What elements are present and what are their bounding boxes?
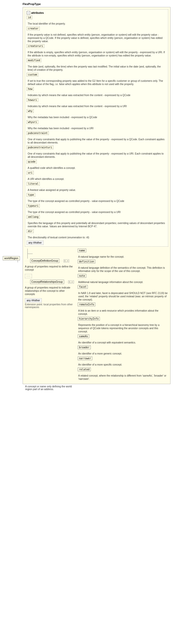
bottom-connector-label: · · ·	[25, 274, 32, 278]
attr-desc: Specifies the language of this property …	[28, 222, 166, 228]
attr-desc: Indicates by which means the value was e…	[28, 94, 166, 97]
right-item-dots: · · · · · · ·	[78, 264, 168, 266]
attr-dots: · · · · · · ·	[27, 48, 166, 51]
world-region-label: worldRegion	[3, 256, 20, 260]
attr-dots: · · · · · · ·	[27, 31, 166, 33]
attr-desc: One of many constraints that apply to pu…	[28, 138, 166, 144]
right-item-dots: · · · · · · ·	[78, 349, 168, 352]
any-other-attrs: any ##other	[27, 241, 166, 245]
right-item-desc: Additional natural language information …	[78, 280, 168, 284]
any-other-bottom-label: any ##other	[25, 298, 42, 303]
attr-desc: If the property value is not defined, sp…	[28, 33, 166, 43]
attr-item: id· · · · · · ·The local identifier of t…	[27, 16, 166, 25]
concept-relationships-group-desc: A group of properties required to indica…	[25, 286, 75, 296]
attr-name: literal	[27, 182, 40, 186]
attr-name: creator	[27, 27, 40, 30]
attr-name: id	[27, 16, 32, 19]
attr-dots: · · · · · · ·	[27, 124, 166, 127]
concept-definition-group-row: · · · ConceptDefinitionGroup · · · 0..∞	[25, 259, 75, 263]
attr-item: creatoruri· · · · · · ·If the attribute …	[27, 44, 166, 57]
attr-desc: A URI which identifies a concept.	[28, 177, 166, 181]
right-item-name: remoteInfo	[78, 303, 95, 306]
right-item: remoteInfo· · · · · · ·A link to an item…	[78, 303, 168, 316]
attributes-list: id· · · · · · ·The local identifier of t…	[27, 16, 166, 239]
attr-item: literal· · · · · · ·A freetext value ass…	[27, 182, 166, 192]
attr-dots: · · · · · · ·	[27, 186, 166, 188]
attr-name: howuri	[27, 98, 38, 102]
attr-dots: · · · · · · ·	[27, 175, 166, 177]
attr-desc: The local identifier of the property.	[28, 22, 166, 25]
attr-dots: · · · · · · ·	[27, 233, 166, 236]
right-item-dots: · · · · · · ·	[78, 338, 168, 341]
attr-name: how	[27, 87, 34, 91]
attr-name: uri	[27, 171, 34, 175]
right-item-desc: A related concept, where the relationshi…	[78, 374, 168, 381]
attr-item: modified· · · · · · ·The date (and, opti…	[27, 58, 166, 71]
right-item-name: facet	[78, 285, 88, 289]
attr-dots: · · · · · · ·	[27, 208, 166, 210]
attr-desc: The date (and, optionally, the time) whe…	[28, 65, 166, 71]
right-item-name: definition	[78, 260, 95, 263]
main-box: − attributes id· · · · · · ·The local id…	[23, 7, 170, 384]
attr-item: creator· · · · · · ·If the property valu…	[27, 27, 166, 43]
attr-item: why· · · · · · ·Why the metadata has bee…	[27, 109, 166, 119]
attr-name: modified	[27, 58, 41, 62]
right-item-name: related	[78, 368, 91, 371]
attr-name: creatoruri	[27, 44, 44, 48]
right-item: broader· · · · · · ·An identifier of a m…	[78, 345, 168, 355]
right-item-dots: · · · · · · ·	[78, 307, 168, 309]
right-item: narrower· · · · · · ·An identifier of a …	[78, 356, 168, 366]
attr-dots: · · · · · · ·	[27, 150, 166, 152]
attr-item: dir· · · · · · ·The directionality of te…	[27, 229, 166, 239]
attr-name: why	[27, 109, 34, 113]
right-panel: name· · · · · · ·A natural language name…	[78, 249, 168, 382]
expand-icon[interactable]: −	[27, 11, 30, 15]
attr-item: typeuri· · · · · · ·The type of the conc…	[27, 204, 166, 214]
attr-desc: The type of the concept assigned as cont…	[28, 199, 166, 203]
attr-name: pubconstraint	[27, 131, 49, 135]
left-connector	[27, 249, 75, 259]
right-item-desc: An identifier of a more generic concept.	[78, 352, 168, 355]
right-item-name: narrower	[78, 356, 92, 360]
attributes-label: attributes	[31, 11, 44, 14]
right-item-desc: An identifier of a more specific concept…	[78, 363, 168, 366]
right-item-desc: Represents the position of a concept in …	[78, 323, 168, 333]
right-item-dots: · · · · · · ·	[78, 372, 168, 374]
attr-name: qcode	[27, 160, 37, 164]
right-item-dots: · · · · · · ·	[78, 361, 168, 363]
attr-item: qcode· · · · · · ·A qualified code which…	[27, 160, 166, 170]
attr-dots: · · · · · · ·	[27, 77, 166, 79]
right-item-dots: · · · · · · ·	[78, 321, 168, 323]
attr-desc: The type of the concept assigned as cont…	[28, 210, 166, 214]
attr-item: how· · · · · · ·Indicates by which means…	[27, 87, 166, 97]
right-item-name: note	[78, 274, 86, 278]
attr-dots: · · · · · · ·	[27, 20, 166, 22]
concept-definition-group-desc: A group of properties required to define…	[25, 265, 75, 271]
attr-dots: · · · · · · ·	[27, 113, 166, 116]
attr-name: type	[27, 193, 35, 197]
attr-name: custom	[27, 73, 38, 77]
right-item-name: hierarchyInfo	[78, 317, 100, 321]
right-item-desc: An identifier of a concept with equivale…	[78, 341, 168, 344]
right-item-desc: A natural language name for the concept.	[78, 255, 168, 258]
right-item: sameAs· · · · · · ·An identifier of a co…	[78, 334, 168, 344]
attr-dots: · · · · · · ·	[27, 102, 166, 105]
right-items-list: name· · · · · · ·A natural language name…	[78, 249, 168, 381]
right-item-name: name	[78, 249, 86, 252]
right-item: related· · · · · · ·A related concept, w…	[78, 368, 168, 381]
right-item: hierarchyInfo· · · · · · ·Represents the…	[78, 317, 168, 333]
right-item: name· · · · · · ·A natural language name…	[78, 249, 168, 258]
concept-definition-group-label: ConceptDefinitionGroup	[30, 259, 60, 263]
any-other-bottom-desc: Extension point: local properties from o…	[25, 303, 75, 309]
attr-dots: · · · · · · ·	[27, 91, 166, 94]
crg-multiplicity: 0..∞	[68, 280, 74, 283]
crg-connector1: · · ·	[25, 281, 29, 283]
right-item-desc: A natural language definition of the sem…	[78, 266, 168, 273]
any-other-bottom: any ##other Extension point: local prope…	[25, 298, 75, 309]
right-item-dots: · · · · · · ·	[78, 278, 168, 280]
attr-dots: · · · · · · ·	[27, 197, 166, 199]
attr-desc: The directionality of textual content (e…	[28, 236, 166, 239]
left-panel: worldRegion · · · ConceptDefinitionGroup…	[25, 249, 75, 382]
cdg-multiplicity: 0..∞	[64, 259, 69, 262]
concept-relationships-group-label: ConceptRelationshipsGroup	[30, 280, 64, 284]
